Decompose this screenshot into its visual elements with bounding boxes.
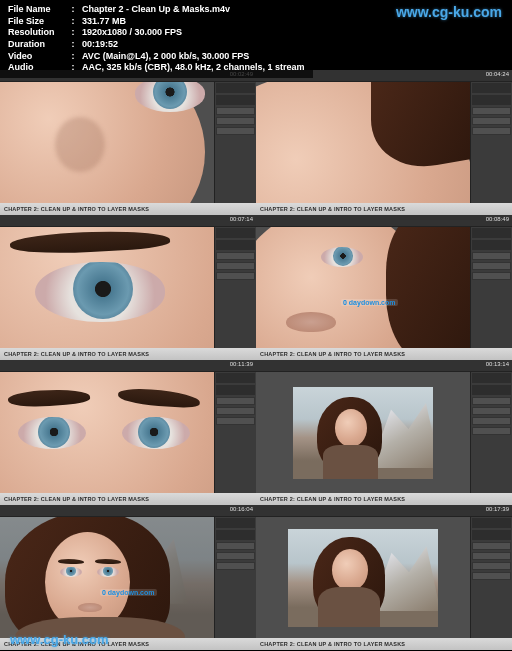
- ps-canvas: [256, 82, 470, 203]
- ps-menubar: [0, 360, 256, 372]
- thumbnail-grid: 00:02:49 CHAPTER 2: CLEAN UP & INTRO TO …: [0, 70, 512, 650]
- ps-panels: [214, 517, 256, 638]
- info-label: Duration: [8, 39, 64, 51]
- ps-canvas: [256, 372, 470, 493]
- timecode: 00:17:39: [486, 506, 509, 512]
- thumbnail-3[interactable]: 00:07:14 CHAPTER 2: CLEAN UP & INTRO TO …: [0, 215, 256, 360]
- info-value: Chapter 2 - Clean Up & Masks.m4v: [82, 4, 230, 16]
- chapter-banner: CHAPTER 2: CLEAN UP & INTRO TO LAYER MAS…: [0, 348, 256, 360]
- info-row-filesize: File Size : 331.77 MB: [8, 16, 305, 28]
- info-separator: :: [64, 4, 82, 16]
- chapter-banner: CHAPTER 2: CLEAN UP & INTRO TO LAYER MAS…: [256, 638, 512, 650]
- ps-panels: [470, 372, 512, 493]
- ps-menubar: [256, 215, 512, 227]
- chapter-banner: CHAPTER 2: CLEAN UP & INTRO TO LAYER MAS…: [0, 203, 256, 215]
- ps-canvas: [0, 82, 214, 203]
- daydown-watermark: 0 daydown.com: [341, 299, 398, 306]
- thumbnail-4[interactable]: 00:08:49 0 daydown.com CHAPTER 2: CLEAN …: [256, 215, 512, 360]
- info-row-video: Video : AVC (Main@L4), 2 000 kb/s, 30.00…: [8, 51, 305, 63]
- thumbnail-6[interactable]: 00:13:14 CHAPTER 2: CLEAN UP & INTRO TO …: [256, 360, 512, 505]
- ps-canvas: 0 daydown.com: [256, 227, 470, 348]
- chapter-banner: CHAPTER 2: CLEAN UP & INTRO TO LAYER MAS…: [256, 493, 512, 505]
- timecode: 00:07:14: [230, 216, 253, 222]
- info-value: AAC, 325 kb/s (CBR), 48.0 kHz, 2 channel…: [82, 62, 305, 74]
- thumbnail-7[interactable]: 00:16:04 0 daydown.com CHAPTER 2: CLEAN …: [0, 505, 256, 650]
- info-row-audio: Audio : AAC, 325 kb/s (CBR), 48.0 kHz, 2…: [8, 62, 305, 74]
- ps-menubar: [256, 360, 512, 372]
- info-value: 00:19:52: [82, 39, 118, 51]
- chapter-banner: CHAPTER 2: CLEAN UP & INTRO TO LAYER MAS…: [256, 203, 512, 215]
- daydown-watermark: 0 daydown.com: [100, 589, 157, 596]
- info-separator: :: [64, 62, 82, 74]
- media-info-box: File Name : Chapter 2 - Clean Up & Masks…: [0, 0, 313, 78]
- ps-panels: [214, 227, 256, 348]
- timecode: 00:08:49: [486, 216, 509, 222]
- ps-menubar: [0, 505, 256, 517]
- info-row-filename: File Name : Chapter 2 - Clean Up & Masks…: [8, 4, 305, 16]
- ps-canvas: [256, 517, 470, 638]
- info-value: 1920x1080 / 30.000 FPS: [82, 27, 182, 39]
- info-label: File Name: [8, 4, 64, 16]
- thumbnail-8[interactable]: 00:17:39 CHAPTER 2: CLEAN UP & INTRO TO …: [256, 505, 512, 650]
- info-label: File Size: [8, 16, 64, 28]
- thumbnail-1[interactable]: 00:02:49 CHAPTER 2: CLEAN UP & INTRO TO …: [0, 70, 256, 215]
- ps-menubar: [0, 215, 256, 227]
- info-row-duration: Duration : 00:19:52: [8, 39, 305, 51]
- timecode: 00:04:24: [486, 71, 509, 77]
- timecode: 00:11:39: [230, 361, 253, 367]
- info-separator: :: [64, 39, 82, 51]
- ps-panels: [470, 227, 512, 348]
- thumbnail-2[interactable]: 00:04:24 CHAPTER 2: CLEAN UP & INTRO TO …: [256, 70, 512, 215]
- ps-canvas: [0, 372, 214, 493]
- info-value: AVC (Main@L4), 2 000 kb/s, 30.000 FPS: [82, 51, 249, 63]
- ps-panels: [470, 517, 512, 638]
- info-label: Video: [8, 51, 64, 63]
- chapter-banner: CHAPTER 2: CLEAN UP & INTRO TO LAYER MAS…: [0, 493, 256, 505]
- ps-panels: [214, 372, 256, 493]
- info-row-resolution: Resolution : 1920x1080 / 30.000 FPS: [8, 27, 305, 39]
- chapter-banner: CHAPTER 2: CLEAN UP & INTRO TO LAYER MAS…: [256, 348, 512, 360]
- ps-canvas: [0, 227, 214, 348]
- ps-panels: [470, 82, 512, 203]
- info-separator: :: [64, 27, 82, 39]
- info-value: 331.77 MB: [82, 16, 126, 28]
- ps-panels: [214, 82, 256, 203]
- info-separator: :: [64, 16, 82, 28]
- ps-canvas: 0 daydown.com: [0, 517, 214, 638]
- info-label: Audio: [8, 62, 64, 74]
- thumbnail-5[interactable]: 00:11:39 CHAPTER 2: CLEAN UP & INTRO TO …: [0, 360, 256, 505]
- ps-menubar: [256, 505, 512, 517]
- timecode: 00:13:14: [486, 361, 509, 367]
- info-separator: :: [64, 51, 82, 63]
- timecode: 00:16:04: [230, 506, 253, 512]
- info-label: Resolution: [8, 27, 64, 39]
- watermark-top: www.cg-ku.com: [396, 4, 502, 20]
- watermark-bottom: www.cg-ku.com: [10, 632, 108, 647]
